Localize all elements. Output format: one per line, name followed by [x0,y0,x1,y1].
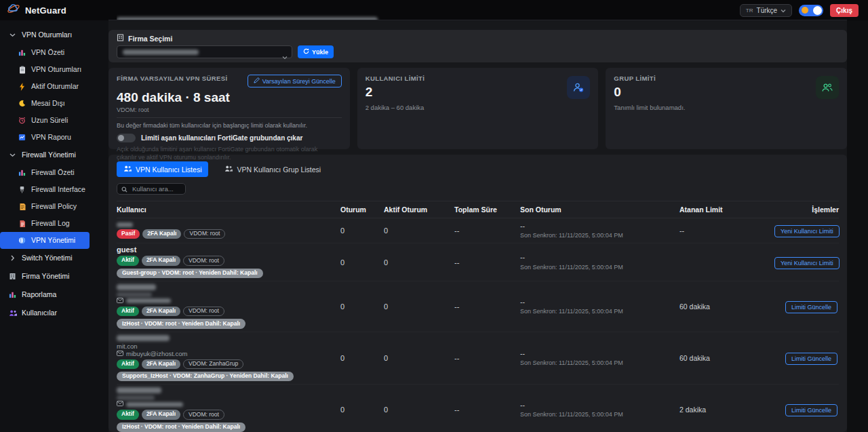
active-session-count: 0 [384,302,454,311]
redacted-text [126,402,183,407]
row-action-button[interactable]: Limiti Güncelle [785,353,837,365]
remove-from-group-toggle[interactable] [117,134,136,142]
user-email [117,401,183,408]
column-header-toplam-s-re: Toplam Süre [454,205,520,214]
log-icon [18,219,26,228]
user-name [117,387,161,395]
sidebar-item-vpn-zeti[interactable]: VPN Özeti [0,44,108,61]
sidebar: VPN OturumlarıVPN ÖzetiVPN OturumlarıAkt… [0,20,108,432]
row-action-button[interactable]: Yeni Kullanıcı Limiti [774,225,840,237]
clipboard-icon [18,65,26,74]
total-duration: -- [454,406,520,414]
table-row: Pasif2FA KapalıVDOM: root00----Son Senkr… [117,218,839,243]
sidebar-item-firewall-zeti[interactable]: Firewall Özeti [0,164,108,181]
row-action-button[interactable]: Limiti Güncelle [785,301,837,313]
active-session-count: 0 [384,227,454,235]
tab-vpn-user-group-list[interactable]: VPN Kullanıcı Grup Listesi [218,161,328,177]
sidebar-item-vpn-y-netimi[interactable]: VPN Yönetimi [0,232,90,249]
sidebar-item-label: Firewall Interface [31,186,85,193]
chart-icon [18,48,26,57]
column-header-i-lemler: İşlemler [774,205,839,214]
actions-cell: Limiti Güncelle [774,403,839,416]
user-subtext [117,395,155,400]
toggle-label: Limiti aşan kullanıcıları FortiGate grub… [141,134,302,142]
sun-icon [802,7,808,14]
last-sync-text: Son Senkron: 11/11/2025, 5:00:04 PM [520,231,679,240]
last-sync-text: Son Senkron: 11/11/2025, 5:00:04 PM [520,410,679,419]
last-session-cell: --Son Senkron: 11/11/2025, 5:00:04 PM [520,349,679,368]
actions-cell: Yeni Kullanıcı Limiti [774,256,839,269]
sidebar-item-vpn-oturumlar-[interactable]: VPN Oturumları [0,61,108,78]
sidebar-item-label: VPN Oturumları [31,66,81,73]
sidebar-item-switch-y-netimi[interactable]: Switch Yönetimi [0,249,108,267]
firma-select[interactable] [117,45,292,58]
sidebar-item-label: Firewall Policy [31,203,77,210]
search-icon [121,183,127,195]
sidebar-item-firewall-y-netimi[interactable]: Firewall Yönetimi [0,146,108,164]
main-content: Firma Seçimi Yükle FİRMA VARSAYILAN VPN … [108,20,847,432]
assigned-limit: 2 dakika [679,406,774,414]
table-row: guestAktif2FA KapalıVDOM: rootGuest-grou… [117,243,839,281]
status-badge: VDOM: ZanhaGrup [183,359,243,369]
sidebar-item-aktif-oturumlar[interactable]: Aktif Oturumlar [0,78,108,95]
globe-icon [18,236,26,245]
header-divider [108,20,847,20]
toggle-knob [813,6,822,15]
moon-icon [18,99,26,108]
language-select[interactable]: TR Türkçe [740,4,792,17]
sidebar-item-uzun-s-reli[interactable]: Uzun Süreli [0,112,108,129]
brand: NetGuard [0,2,66,18]
table-row: Aktif2FA KapalıVDOM: rootIzHost · VDOM: … [117,385,839,432]
search-input[interactable] [131,184,181,193]
firma-select-label: Firma Seçimi [128,35,172,43]
chart-icon [8,290,17,299]
tab-vpn-user-list[interactable]: VPN Kullanıcı Listesi [117,161,208,177]
sidebar-item-raporlama[interactable]: Raporlama [0,286,108,304]
user-search [117,183,186,195]
netguard-logo-icon [7,2,20,18]
sidebar-item-vpn-raporu[interactable]: VPN Raporu [0,129,108,146]
logout-button[interactable]: Çıkış [830,4,859,17]
sidebar-item-kullan-c-lar[interactable]: Kullanıcılar [0,304,108,322]
assigned-limit: 60 dakika [679,354,774,362]
user-cell: mit.conmibuyuk@izhost.comAktif2FA Kapalı… [117,335,340,382]
sidebar-item-label: Aktif Oturumlar [31,83,79,90]
card-default-vpn-duration: FİRMA VARSAYILAN VPN SÜRESİ Varsayılan S… [108,68,350,149]
sidebar-item-label: Firewall Log [31,220,70,227]
user-limit-value: 2 [366,85,591,100]
user-email: mibuyuk@izhost.com [117,351,187,357]
sidebar-item-firewall-interface[interactable]: Firewall Interface [0,181,108,198]
theme-toggle[interactable] [799,5,823,16]
update-default-duration-button[interactable]: Varsayılan Süreyi Güncelle [248,75,342,87]
status-badge: Pasif [117,229,140,239]
column-header-son-oturum: Son Oturum [520,205,679,214]
sidebar-item-firewall-log[interactable]: Firewall Log [0,215,108,232]
group-badge: IzHost · VDOM: root · Yeniden Dahil: Kap… [117,423,245,432]
sidebar-item-label: Raporlama [22,291,56,298]
pencil-icon [254,77,260,85]
row-action-button[interactable]: Limiti Güncelle [785,404,837,416]
row-action-button[interactable]: Yeni Kullanıcı Limiti [774,257,840,269]
column-header-aktif-oturum: Aktif Oturum [384,205,454,214]
sidebar-item-firma-y-netimi[interactable]: Firma Yönetimi [0,267,108,286]
sidebar-item-mesai-d-[interactable]: Mesai Dışı [0,95,108,112]
sidebar-item-vpn-oturumlar-[interactable]: VPN Oturumları [0,26,108,44]
sidebar-item-label: VPN Oturumları [22,31,72,39]
status-badge: VDOM: root [183,410,224,419]
user-cell: Aktif2FA KapalıVDOM: rootIzHost · VDOM: … [117,387,340,432]
toggle-hint: Açık olduğunda limitini aşan kullanıcı F… [117,145,323,161]
total-duration: -- [454,302,520,311]
building-icon [117,34,124,43]
badge-row: Aktif2FA KapalıVDOM: root [117,256,224,265]
chevron-down-icon [282,50,288,62]
last-session-cell: --Son Senkron: 11/11/2025, 5:00:04 PM [520,400,679,419]
redacted-text [117,222,133,227]
column-header-oturum: Oturum [340,205,384,214]
sidebar-item-label: VPN Özeti [31,49,64,56]
load-button[interactable]: Yükle [298,45,334,58]
status-badge: VDOM: root [183,307,224,316]
group-limit-value: 0 [614,85,839,100]
sidebar-item-firewall-policy[interactable]: Firewall Policy [0,198,108,215]
status-badge: 2FA Kapalı [142,229,181,239]
total-duration: -- [454,354,520,362]
